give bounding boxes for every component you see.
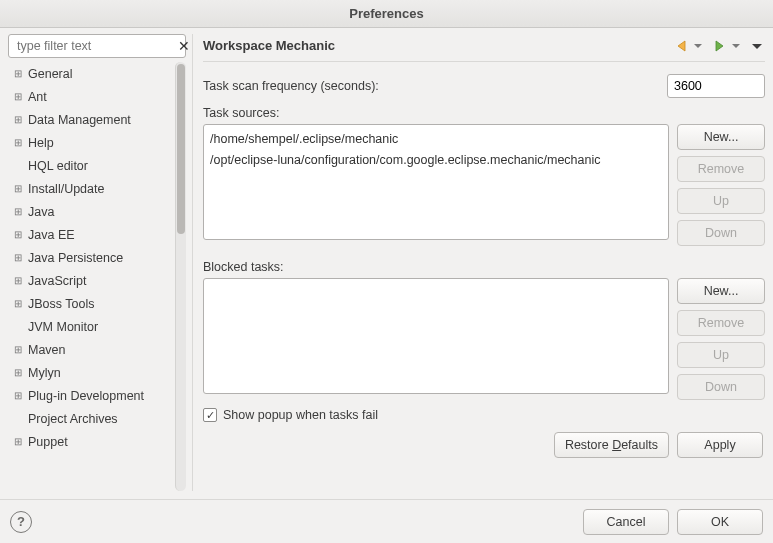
tree-item[interactable]: ⊞Puppet xyxy=(8,430,175,453)
tree-item-label: Ant xyxy=(24,90,47,104)
filter-box[interactable]: ✕ xyxy=(8,34,186,58)
tree-item[interactable]: ⊞Java EE xyxy=(8,223,175,246)
tree-item[interactable]: ⊞Java Persistence xyxy=(8,246,175,269)
tree-item-label: General xyxy=(24,67,72,81)
tree-item[interactable]: ⊞Java xyxy=(8,200,175,223)
expand-icon[interactable]: ⊞ xyxy=(12,206,24,217)
titlebar: Preferences xyxy=(0,0,773,28)
tree-item-label: Puppet xyxy=(24,435,68,449)
scan-freq-input[interactable] xyxy=(667,74,765,98)
ok-button[interactable]: OK xyxy=(677,509,763,535)
apply-button[interactable]: Apply xyxy=(677,432,763,458)
tree-item-label: Plug-in Development xyxy=(24,389,144,403)
expand-icon[interactable]: ⊞ xyxy=(12,229,24,240)
tree-item-label: Help xyxy=(24,136,54,150)
scan-freq-label: Task scan frequency (seconds): xyxy=(203,79,379,93)
expand-icon[interactable]: ⊞ xyxy=(12,298,24,309)
expand-icon[interactable]: ⊞ xyxy=(12,68,24,79)
tree-item[interactable]: ⊞Install/Update xyxy=(8,177,175,200)
filter-input[interactable] xyxy=(15,38,176,54)
help-icon[interactable]: ? xyxy=(10,511,32,533)
category-tree[interactable]: ⊞General⊞Ant⊞Data Management⊞Help⊞HQL ed… xyxy=(8,62,175,491)
nav-forward-icon[interactable] xyxy=(713,39,729,53)
tree-item[interactable]: ⊞JBoss Tools xyxy=(8,292,175,315)
tree-item[interactable]: ⊞General xyxy=(8,62,175,85)
task-sources-label: Task sources: xyxy=(203,106,765,120)
tree-item-label: Project Archives xyxy=(24,412,118,426)
nav-back-dropdown-icon[interactable] xyxy=(693,39,703,53)
tree-item-label: HQL editor xyxy=(24,159,88,173)
blocked-tasks-label: Blocked tasks: xyxy=(203,260,765,274)
tree-item-label: Data Management xyxy=(24,113,131,127)
blocked-up-button[interactable]: Up xyxy=(677,342,765,368)
expand-icon[interactable]: ⊞ xyxy=(12,114,24,125)
task-sources-list[interactable]: /home/shempel/.eclipse/mechanic/opt/ecli… xyxy=(203,124,669,240)
cancel-button[interactable]: Cancel xyxy=(583,509,669,535)
blocked-tasks-list[interactable] xyxy=(203,278,669,394)
blocked-new-button[interactable]: New... xyxy=(677,278,765,304)
tree-item[interactable]: ⊞Help xyxy=(8,131,175,154)
tree-item-label: Java xyxy=(24,205,54,219)
category-panel: ✕ ⊞General⊞Ant⊞Data Management⊞Help⊞HQL … xyxy=(8,34,186,491)
expand-icon[interactable]: ⊞ xyxy=(12,275,24,286)
scrollbar-thumb[interactable] xyxy=(177,64,185,234)
expand-icon[interactable]: ⊞ xyxy=(12,344,24,355)
tree-scrollbar[interactable] xyxy=(175,62,186,491)
tree-item-label: JavaScript xyxy=(24,274,86,288)
tree-item-label: JBoss Tools xyxy=(24,297,94,311)
tree-item[interactable]: ⊞Maven xyxy=(8,338,175,361)
expand-icon-blank: ⊞ xyxy=(12,413,24,424)
sources-down-button[interactable]: Down xyxy=(677,220,765,246)
expand-icon[interactable]: ⊞ xyxy=(12,367,24,378)
expand-icon-blank: ⊞ xyxy=(12,160,24,171)
window-title: Preferences xyxy=(349,6,423,21)
blocked-remove-button[interactable]: Remove xyxy=(677,310,765,336)
expand-icon[interactable]: ⊞ xyxy=(12,390,24,401)
view-menu-icon[interactable] xyxy=(751,39,763,53)
sources-up-button[interactable]: Up xyxy=(677,188,765,214)
nav-forward-dropdown-icon[interactable] xyxy=(731,39,741,53)
sources-remove-button[interactable]: Remove xyxy=(677,156,765,182)
tree-item[interactable]: ⊞JVM Monitor xyxy=(8,315,175,338)
nav-back-icon[interactable] xyxy=(675,39,691,53)
clear-filter-icon[interactable]: ✕ xyxy=(176,38,192,54)
expand-icon-blank: ⊞ xyxy=(12,321,24,332)
list-item[interactable]: /home/shempel/.eclipse/mechanic xyxy=(210,129,662,150)
tree-item[interactable]: ⊞Mylyn xyxy=(8,361,175,384)
tree-item[interactable]: ⊞Plug-in Development xyxy=(8,384,175,407)
tree-item-label: JVM Monitor xyxy=(24,320,98,334)
settings-panel: Workspace Mechanic xyxy=(192,34,765,491)
blocked-down-button[interactable]: Down xyxy=(677,374,765,400)
tree-item-label: Java Persistence xyxy=(24,251,123,265)
show-popup-checkbox[interactable]: ✓ xyxy=(203,408,217,422)
expand-icon[interactable]: ⊞ xyxy=(12,183,24,194)
restore-defaults-button[interactable]: Restore Defaults xyxy=(554,432,669,458)
nav-icons xyxy=(675,39,765,53)
tree-item[interactable]: ⊞Ant xyxy=(8,85,175,108)
list-item[interactable]: /opt/eclipse-luna/configuration/com.goog… xyxy=(210,150,662,171)
tree-item-label: Install/Update xyxy=(24,182,104,196)
expand-icon[interactable]: ⊞ xyxy=(12,252,24,263)
page-title: Workspace Mechanic xyxy=(203,38,335,53)
tree-item[interactable]: ⊞Project Archives xyxy=(8,407,175,430)
tree-item[interactable]: ⊞Data Management xyxy=(8,108,175,131)
tree-item-label: Java EE xyxy=(24,228,75,242)
expand-icon[interactable]: ⊞ xyxy=(12,91,24,102)
tree-item[interactable]: ⊞HQL editor xyxy=(8,154,175,177)
sources-new-button[interactable]: New... xyxy=(677,124,765,150)
show-popup-label: Show popup when tasks fail xyxy=(223,408,378,422)
expand-icon[interactable]: ⊞ xyxy=(12,436,24,447)
tree-item[interactable]: ⊞JavaScript xyxy=(8,269,175,292)
tree-item-label: Maven xyxy=(24,343,66,357)
tree-item-label: Mylyn xyxy=(24,366,61,380)
expand-icon[interactable]: ⊞ xyxy=(12,137,24,148)
